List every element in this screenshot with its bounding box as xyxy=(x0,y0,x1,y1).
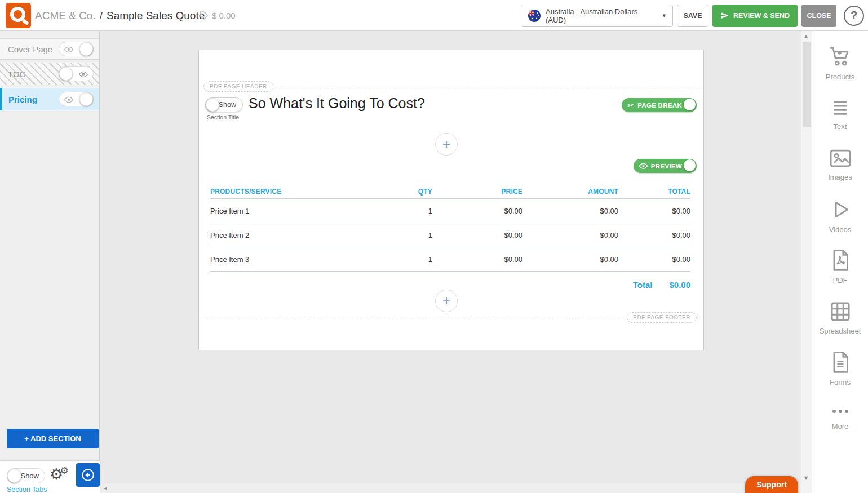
toolbox-item-videos[interactable]: Videos xyxy=(812,191,868,242)
table-row[interactable]: Price Item 2 1 $0.00 $0.00 $0.00 xyxy=(210,223,690,247)
section-label: Cover Page xyxy=(8,45,59,54)
review-send-button[interactable]: REVIEW & SEND xyxy=(712,5,798,27)
form-file-icon xyxy=(831,352,850,373)
add-section-button[interactable]: + ADD SECTION xyxy=(7,429,99,448)
total-value: $0.00 xyxy=(669,280,690,290)
sections-sidebar: Cover Page TOC Pricing xyxy=(0,31,100,493)
toolbox-item-pdf[interactable]: PDF xyxy=(812,242,868,293)
section-label: Pricing xyxy=(8,95,59,104)
currency-selected: Australia - Australian Dollars (AUD) xyxy=(546,7,657,24)
toolbox-item-spreadsheet[interactable]: Spreadsheet xyxy=(812,293,868,344)
text-lines-icon xyxy=(830,98,851,117)
col-qty: QTY xyxy=(376,188,432,196)
pricing-visibility-toggle[interactable] xyxy=(59,92,94,106)
scroll-left-icon[interactable]: ◄ xyxy=(103,486,107,491)
toolbox-item-text[interactable]: Text xyxy=(812,89,868,140)
image-icon xyxy=(829,149,852,168)
quote-value-text: $ 0.00 xyxy=(212,11,236,20)
table-row[interactable]: Price Item 3 1 $0.00 $0.00 $0.00 xyxy=(210,247,690,272)
tag-icon xyxy=(199,11,209,20)
australia-flag-icon xyxy=(528,10,541,22)
support-button[interactable]: Support xyxy=(745,476,798,493)
scrollbar-corner xyxy=(801,483,812,493)
col-price: PRICE xyxy=(432,188,522,196)
pricing-table-header: PRODUCTS/SERVICE QTY PRICE AMOUNT TOTAL xyxy=(210,184,690,199)
pdf-page-header-label: PDF PAGE HEADER xyxy=(203,81,273,92)
eye-icon xyxy=(64,45,73,54)
table-row[interactable]: Price Item 1 1 $0.00 $0.00 $0.00 xyxy=(210,199,690,223)
sidebar-item-cover-page[interactable]: Cover Page xyxy=(0,38,99,60)
section-tabs-label: Section Tabs xyxy=(7,486,47,493)
add-content-button-top[interactable]: + xyxy=(435,133,458,156)
preview-toggle[interactable]: PREVIEW xyxy=(634,159,697,173)
play-icon xyxy=(830,199,851,220)
quotient-logo[interactable] xyxy=(6,3,31,28)
pdf-header-divider xyxy=(203,86,703,86)
currency-dropdown[interactable]: Australia - Australian Dollars (AUD) ▾ xyxy=(521,5,673,27)
toolbox-item-images[interactable]: Images xyxy=(812,140,868,191)
company-name[interactable]: ACME & Co. xyxy=(35,10,96,22)
quote-title[interactable]: Sample Sales Quote xyxy=(107,10,205,22)
scroll-up-icon[interactable]: ▲ xyxy=(804,34,808,39)
sidebar-footer: Show ⚙⚙ Section Tabs xyxy=(0,461,100,493)
page-break-toggle[interactable]: ✂ PAGE BREAK xyxy=(622,98,697,112)
section-title-text[interactable]: So What's It Going To Cost? xyxy=(249,95,425,112)
section-title-show-toggle[interactable]: Show xyxy=(205,97,243,112)
sidebar-item-pricing[interactable]: Pricing xyxy=(0,88,99,110)
col-amount: AMOUNT xyxy=(522,188,618,196)
pricing-table: PRODUCTS/SERVICE QTY PRICE AMOUNT TOTAL … xyxy=(210,184,690,291)
horizontal-scrollbar[interactable]: ◄ ► xyxy=(100,483,801,493)
sidebar-item-toc[interactable]: TOC xyxy=(0,63,99,85)
help-button[interactable]: ? xyxy=(844,6,864,26)
toolbox-item-products[interactable]: Products xyxy=(812,38,868,89)
top-bar: ACME & Co. / Sample Sales Quote $ 0.00 A… xyxy=(0,0,868,31)
total-label: Total xyxy=(633,280,653,290)
toolbox-item-forms[interactable]: Forms xyxy=(812,344,868,395)
settings-gears-icon[interactable]: ⚙⚙ xyxy=(50,465,72,483)
cover-page-visibility-toggle[interactable] xyxy=(59,42,94,56)
cart-plus-icon xyxy=(829,45,852,68)
spreadsheet-grid-icon xyxy=(830,301,851,322)
ellipsis-icon xyxy=(832,410,848,413)
add-content-button-bottom[interactable]: + xyxy=(435,290,458,312)
toolbox-item-more[interactable]: More xyxy=(812,395,868,446)
collapse-sidebar-button[interactable] xyxy=(76,463,100,487)
content-toolbox: Products Text Images Videos PDF xyxy=(812,31,868,493)
breadcrumb: ACME & Co. / Sample Sales Quote xyxy=(35,0,205,31)
eye-off-icon xyxy=(79,70,88,79)
section-tabs-show-toggle[interactable]: Show xyxy=(7,468,45,483)
close-button[interactable]: CLOSE xyxy=(801,5,836,27)
section-title-caption: Section Title xyxy=(207,114,239,121)
chevron-down-icon: ▾ xyxy=(662,12,666,19)
editor-canvas: PDF PAGE HEADER Show So What's It Going … xyxy=(100,31,801,483)
table-total-row: Total $0.00 xyxy=(210,278,690,291)
quote-value: $ 0.00 xyxy=(199,0,236,31)
vertical-scrollbar[interactable]: ▲ ▼ xyxy=(801,31,812,483)
col-products-service: PRODUCTS/SERVICE xyxy=(210,188,376,196)
eye-icon xyxy=(64,95,73,104)
save-button[interactable]: SAVE xyxy=(677,5,708,27)
toc-visibility-toggle[interactable] xyxy=(59,66,94,81)
arrow-left-circle-icon xyxy=(81,468,95,482)
send-plane-icon xyxy=(720,11,729,20)
section-label: TOC xyxy=(8,69,59,79)
scroll-down-icon[interactable]: ▼ xyxy=(804,476,808,481)
quote-page: PDF PAGE HEADER Show So What's It Going … xyxy=(198,50,704,350)
pdf-file-icon xyxy=(831,250,850,271)
pdf-page-footer-label: PDF PAGE FOOTER xyxy=(627,312,697,323)
vertical-scroll-thumb[interactable] xyxy=(803,42,811,127)
scissors-icon: ✂ xyxy=(627,101,634,110)
col-total: TOTAL xyxy=(618,188,690,196)
eye-icon xyxy=(639,162,648,170)
